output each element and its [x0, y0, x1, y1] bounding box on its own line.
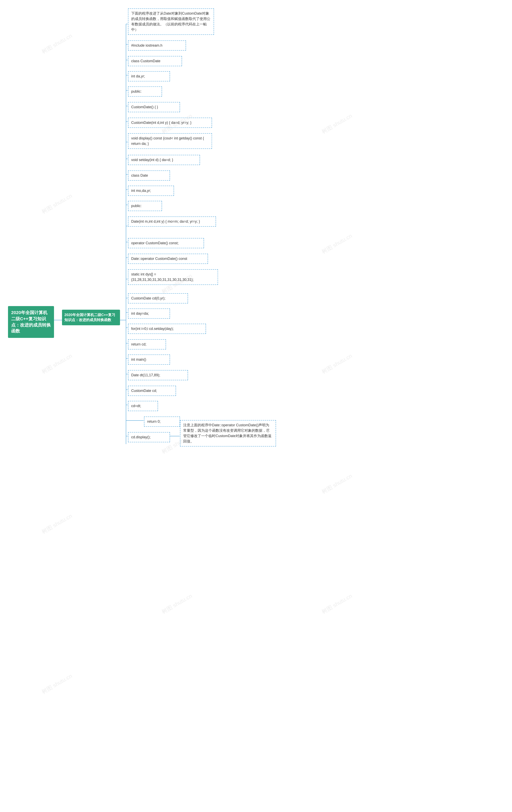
- watermark: 树图 shutu.cn: [40, 352, 73, 376]
- node-setday: void setday(int d) { da=d; }: [128, 155, 200, 165]
- watermark: 树图 shutu.cn: [321, 472, 354, 496]
- watermark: 树图 shutu.cn: [321, 112, 354, 136]
- node-customdate-constructor: CustomDate(int d,int y) { da=d; yr=y; }: [128, 118, 212, 128]
- node-static-int-dys: static int dys[] = {31,28,31,30,31,30,31…: [128, 269, 218, 285]
- node-note: 注意上面的程序中Date::operator CustomDate()声明为常量…: [180, 420, 276, 446]
- node-cd-display: cd.display();: [128, 432, 170, 442]
- node-class-date: class Date: [128, 170, 170, 181]
- node-public: public:: [128, 86, 162, 97]
- watermark: 树图 shutu.cn: [40, 512, 73, 536]
- node-int-day: int day=da;: [128, 309, 170, 319]
- watermark: 树图 shutu.cn: [160, 592, 193, 616]
- node-display-getday: void display() const {cout< int getday()…: [128, 133, 212, 149]
- connector-svg: [0, 0, 512, 812]
- watermark: 树图 shutu.cn: [321, 592, 354, 616]
- node-include: #include iostream.h: [128, 40, 186, 51]
- node-for-loop: for(int i=0;i cd.setday(day);: [128, 324, 206, 334]
- node-class-customdate: class CustomDate: [128, 56, 182, 66]
- node-public2: public:: [128, 201, 162, 211]
- node-cd-eq-dt: cd=dt;: [128, 401, 158, 411]
- node-intro: 下面的程序改进了从Date对象到CustomDate对象的成员转换函数，用取值和…: [128, 8, 214, 35]
- node-date-operator-customdate: Date::operator CustomDate() const: [128, 254, 208, 264]
- node-customdate-cd2: CustomDate cd;: [128, 386, 176, 396]
- node-customdate-default: CustomDate() { }: [128, 102, 180, 112]
- level2-label: 2020年全国计算机二级C++复习知识点：改进的成员转换函数: [64, 313, 115, 322]
- node-date-constructor: Date(int m,int d,int y) { mo=m; da=d; yr…: [128, 216, 216, 227]
- node-return-0: return 0;: [144, 416, 180, 427]
- mindmap-container: 树图 shutu.cn 树图 shutu.cn 树图 shutu.cn 树图 s…: [0, 0, 512, 812]
- watermark: 树图 shutu.cn: [40, 192, 73, 216]
- root-label: 2020年全国计算机二级C++复习知识点：改进的成员转换函数: [11, 310, 51, 334]
- node-operator-customdate-decl: operator CustomDate() const;: [128, 238, 204, 248]
- watermark: 树图 shutu.cn: [40, 672, 73, 696]
- node-int-da-yr: int da,yr;: [128, 71, 170, 81]
- level2-node: 2020年全国计算机二级C++复习知识点：改进的成员转换函数: [62, 310, 120, 325]
- watermark: 树图 shutu.cn: [321, 232, 354, 256]
- watermark: 树图 shutu.cn: [321, 352, 354, 376]
- watermark: 树图 shutu.cn: [40, 32, 73, 56]
- root-node: 2020年全国计算机二级C++复习知识点：改进的成员转换函数: [8, 306, 54, 338]
- node-int-mo-da-yr: int mo,da,yr;: [128, 186, 174, 196]
- node-date-dt: Date dt(11,17,89);: [128, 370, 188, 380]
- node-return-cd: return cd;: [128, 339, 166, 349]
- node-customdate-cd: CustomDate cd(0,yr);: [128, 293, 188, 303]
- node-int-main: int main(): [128, 354, 170, 365]
